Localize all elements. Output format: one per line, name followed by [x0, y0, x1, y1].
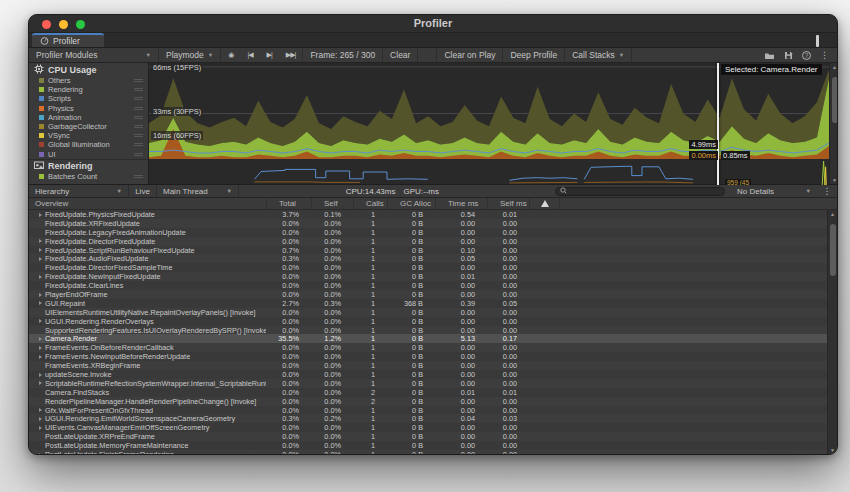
legend-item-physics[interactable]: Physics	[29, 104, 148, 113]
call-stacks-dropdown[interactable]: Call Stacks ▼	[565, 48, 632, 62]
frame-selection-line[interactable]	[717, 63, 719, 185]
table-row[interactable]: UIEvents.CanvasManagerEmitOffScreenGeome…	[29, 423, 837, 432]
module-header-rendering[interactable]: Rendering	[29, 159, 148, 172]
minimize-button[interactable]	[59, 20, 68, 29]
hierarchy-kebab-menu-icon[interactable]: ⋮	[817, 185, 837, 197]
details-dropdown[interactable]: No Details ▼	[731, 185, 817, 197]
table-row[interactable]: Camera.FindStacks0.0%0.0%20 B0.010.01	[29, 388, 837, 397]
table-row[interactable]: FixedUpdate.LegacyFixedAnimationUpdate0.…	[29, 228, 837, 237]
table-row[interactable]: Gfx.WaitForPresentOnGfxThread0.0%0.0%10 …	[29, 406, 837, 415]
thread-dropdown[interactable]: Main Thread ▼	[157, 185, 239, 197]
playmode-dropdown[interactable]: Playmode ▼	[159, 48, 221, 62]
scroll-up-icon[interactable]: ▲	[830, 64, 838, 70]
column-header-time-ms[interactable]: Time ms	[435, 198, 487, 209]
deep-profile-toggle[interactable]: Deep Profile	[503, 48, 565, 62]
cpu-usage-chart[interactable]: 66ms (15FPS) 33ms (30FPS) 16ms (60FPS)	[149, 63, 829, 159]
save-profile-button[interactable]	[784, 51, 793, 60]
clear-on-play-toggle[interactable]: Clear on Play	[436, 48, 503, 62]
column-header-overview[interactable]: Overview	[29, 198, 266, 209]
table-row[interactable]: FixedUpdate.PhysicsFixedUpdate3.7%0.1%10…	[29, 210, 837, 219]
table-row[interactable]: FixedUpdate.ClearLines0.0%0.0%10 B0.000.…	[29, 281, 837, 290]
expand-arrow-icon[interactable]	[39, 257, 42, 261]
tab-profiler[interactable]: Profiler	[32, 33, 104, 47]
expand-arrow-icon[interactable]	[39, 373, 42, 377]
table-row[interactable]: FrameEvents.XRBeginFrame0.0%0.0%10 B0.00…	[29, 361, 837, 370]
table-row[interactable]: FrameEvents.NewInputBeforeRenderUpdate0.…	[29, 352, 837, 361]
legend-item-global-illumination[interactable]: Global Illumination	[29, 140, 148, 149]
expand-arrow-icon[interactable]	[39, 408, 42, 412]
load-profile-button[interactable]	[764, 51, 775, 60]
legend-item-ui[interactable]: UI	[29, 150, 148, 159]
table-row[interactable]: PostLateUpdate.FinishFrameRendering0.0%0…	[29, 450, 837, 454]
legend-item-animation[interactable]: Animation	[29, 113, 148, 122]
table-row[interactable]: updateScene.Invoke0.0%0.0%10 B0.000.00	[29, 370, 837, 379]
expand-arrow-icon[interactable]	[39, 426, 42, 430]
expand-arrow-icon[interactable]	[39, 417, 42, 421]
profiler-modules-dropdown[interactable]: Profiler Modules ▼	[29, 48, 159, 62]
table-row[interactable]: UIElementsRuntimeUtilityNative.RepaintOv…	[29, 308, 837, 317]
table-row[interactable]: UGUI.Rendering.EmitWorldScreenspaceCamer…	[29, 414, 837, 423]
column-header-gc-alloc[interactable]: GC Alloc	[387, 198, 435, 209]
column-header-self-ms[interactable]: Self ms	[487, 198, 529, 209]
expand-arrow-icon[interactable]	[39, 213, 42, 217]
expand-arrow-icon[interactable]	[39, 346, 42, 350]
search-field[interactable]	[555, 187, 725, 196]
view-mode-dropdown[interactable]: Hierarchy ▼	[29, 185, 129, 197]
column-header-warnings[interactable]	[529, 198, 559, 209]
legend-item-scripts[interactable]: Scripts	[29, 94, 148, 103]
table-scrollbar-thumb[interactable]	[830, 224, 836, 276]
table-row[interactable]: PostLateUpdate.MemoryFrameMaintenance0.0…	[29, 441, 837, 450]
table-row[interactable]: ScriptableRuntimeReflectionSystemWrapper…	[29, 379, 837, 388]
table-row[interactable]: FixedUpdate.ScriptRunBehaviourFixedUpdat…	[29, 246, 837, 255]
table-row[interactable]: UGUI.Rendering.RenderOverlays0.0%0.0%10 …	[29, 317, 837, 326]
table-row[interactable]: FixedUpdate.DirectorFixedSampleTime0.0%0…	[29, 263, 837, 272]
last-frame-button[interactable]: ▶▶|	[279, 48, 304, 62]
legend-item-batches-count[interactable]: Batches Count	[29, 172, 148, 181]
expand-arrow-icon[interactable]	[39, 275, 42, 279]
table-row[interactable]: FixedUpdate.AudioFixedUpdate0.3%0.0%10 B…	[29, 254, 837, 263]
expand-arrow-icon[interactable]	[39, 381, 42, 385]
table-row[interactable]: PlayerEndOfFrame0.0%0.0%10 B0.000.00	[29, 290, 837, 299]
expand-arrow-icon[interactable]	[39, 319, 42, 323]
table-row[interactable]: FixedUpdate.DirectorFixedUpdate0.0%0.0%1…	[29, 237, 837, 246]
table-row[interactable]: FixedUpdate.NewInputFixedUpdate0.0%0.0%1…	[29, 272, 837, 281]
table-row-selected[interactable]: Camera.Render35.5%1.2%10 B5.130.17	[29, 334, 837, 343]
next-frame-button[interactable]: ▶|	[260, 48, 279, 62]
expand-arrow-icon[interactable]	[39, 239, 42, 243]
table-row[interactable]: GUI.Repaint2.7%0.3%1368 B0.390.05	[29, 299, 837, 308]
legend-item-rendering[interactable]: Rendering	[29, 85, 148, 94]
expand-arrow-icon[interactable]	[39, 355, 42, 359]
table-row[interactable]: RenderPipelineManager.HandleRenderPipeli…	[29, 397, 837, 406]
scroll-down-icon[interactable]: ▼	[830, 177, 838, 183]
clear-button[interactable]: Clear	[383, 48, 418, 62]
help-icon[interactable]: ?	[802, 51, 811, 60]
scroll-up-icon[interactable]: ▲	[828, 211, 837, 217]
expand-arrow-icon[interactable]	[39, 337, 42, 341]
column-header-total[interactable]: Total	[266, 198, 311, 209]
table-row[interactable]: FixedUpdate.XRFixedUpdate0.0%0.0%10 B0.0…	[29, 219, 837, 228]
expand-arrow-icon[interactable]	[39, 293, 42, 297]
kebab-menu-icon[interactable]: ⋮	[820, 50, 829, 60]
column-header-self[interactable]: Self	[311, 198, 353, 209]
search-input[interactable]	[570, 187, 720, 196]
record-button[interactable]: ◉	[221, 48, 240, 62]
chart-scrollbar-thumb[interactable]	[832, 77, 838, 123]
table-row[interactable]: PostLateUpdate.XRPreEndFrame0.0%0.0%10 B…	[29, 432, 837, 441]
prev-frame-button[interactable]: |◀	[240, 48, 259, 62]
titlebar[interactable]: Profiler	[29, 15, 837, 33]
expand-arrow-icon[interactable]	[39, 248, 42, 252]
chart-scrollbar[interactable]: ▲ ▼	[829, 63, 838, 184]
legend-item-vsync[interactable]: VSync	[29, 131, 148, 140]
scroll-down-icon[interactable]: ▼	[828, 447, 837, 453]
table-row[interactable]: FrameEvents.OnBeforeRenderCallback0.0%0.…	[29, 343, 837, 352]
chart-area[interactable]: 66ms (15FPS) 33ms (30FPS) 16ms (60FPS) S…	[149, 63, 829, 184]
zoom-button[interactable]	[76, 20, 85, 29]
table-scrollbar[interactable]: ▲ ▼	[827, 210, 837, 454]
table-row[interactable]: SupportedRenderingFeatures.IsUIOverlayRe…	[29, 326, 837, 335]
expand-arrow-icon[interactable]	[39, 301, 42, 305]
column-header-calls[interactable]: Calls	[353, 198, 387, 209]
live-toggle[interactable]: Live	[129, 185, 157, 197]
expand-arrow-icon[interactable]	[39, 453, 42, 454]
module-header-cpu-usage[interactable]: CPU Usage	[29, 63, 148, 76]
legend-item-others[interactable]: Others	[29, 76, 148, 85]
